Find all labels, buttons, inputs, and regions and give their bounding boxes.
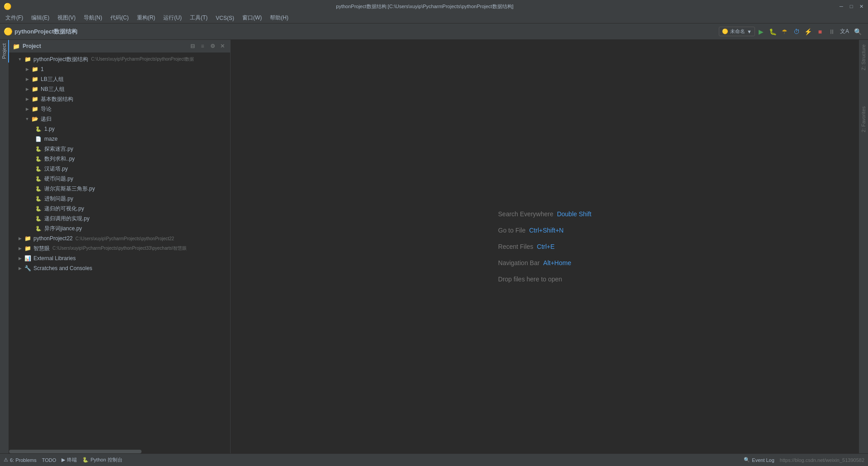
project-name: pythonProject数据结构 bbox=[14, 28, 77, 36]
tree-folder-1[interactable]: ▶ 📁 1 bbox=[9, 64, 230, 74]
tree-horizontal-scrollbar[interactable] bbox=[9, 450, 230, 453]
scratches-label: Scratches and Consoles bbox=[33, 265, 92, 271]
project-tree[interactable]: ▼ 📁 pythonProject数据结构 C:\Users\xuyip\Pyc… bbox=[9, 52, 230, 450]
todo-label: TODO bbox=[42, 457, 57, 463]
tree-project-wisdom[interactable]: ▶ 📁 智慧眼 C:\Users\xuyip\PycharmProjects\p… bbox=[9, 243, 230, 253]
title-bar-left: 🟡 bbox=[4, 3, 11, 10]
menu-file[interactable]: 文件(F) bbox=[2, 13, 27, 23]
root-project-name: pythonProject数据结构 bbox=[33, 56, 88, 63]
pause-button[interactable]: ⏸ bbox=[826, 26, 837, 37]
toolbar-run-group: 🟡 未命名 ▼ ▶ 🐛 ☂ ⏱ ⚡ ■ ⏸ 文A 🔍 bbox=[719, 25, 864, 38]
menu-vcs[interactable]: VCS(S) bbox=[212, 14, 238, 22]
tree-external-libraries[interactable]: ▶ 📊 External Libraries bbox=[9, 253, 230, 263]
tree-file-base[interactable]: 🐍 进制问题.py bbox=[9, 194, 230, 204]
folder-1-label: 1 bbox=[41, 66, 44, 72]
file-base-label: 进制问题.py bbox=[44, 195, 73, 203]
right-sidebar: Z: Structure 2: Favorites bbox=[859, 40, 868, 453]
debug-button[interactable]: 🐛 bbox=[768, 26, 778, 37]
coverage-button[interactable]: ☂ bbox=[779, 26, 790, 37]
right-tab-favorites[interactable]: 2: Favorites bbox=[859, 102, 868, 137]
hint-goto-file: Go to File Ctrl+Shift+N bbox=[498, 227, 591, 234]
maximize-button[interactable]: □ bbox=[848, 3, 854, 10]
todo-panel-button[interactable]: TODO bbox=[42, 457, 57, 463]
menu-bar: 文件(F) 编辑(E) 视图(V) 导航(N) 代码(C) 重构(R) 运行(U… bbox=[0, 13, 868, 24]
close-button[interactable]: ✕ bbox=[858, 3, 864, 10]
menu-help[interactable]: 帮助(H) bbox=[266, 13, 292, 23]
hint-goto-shortcut: Ctrl+Shift+N bbox=[529, 227, 563, 234]
settings-icon[interactable]: ⚙ bbox=[208, 42, 217, 50]
right-tab-structure[interactable]: Z: Structure bbox=[859, 40, 868, 75]
expand-all-icon[interactable]: ≡ bbox=[198, 42, 207, 50]
hint-nav-label: Navigation Bar bbox=[498, 259, 540, 266]
run-config-chevron: ▼ bbox=[747, 29, 752, 34]
concurrency-button[interactable]: ⚡ bbox=[803, 26, 814, 37]
app-icon: 🟡 bbox=[4, 3, 11, 10]
problems-label: 6: Problems bbox=[10, 457, 37, 463]
file-maze-label: maze bbox=[44, 136, 57, 142]
status-url: https://blog.csdn.net/weixin_51390582 bbox=[780, 457, 864, 463]
left-sidebar-tabs: Project bbox=[0, 40, 9, 453]
tree-file-hanoi[interactable]: 🐍 汉诺塔.py bbox=[9, 164, 230, 174]
stop-button[interactable]: ■ bbox=[815, 26, 826, 37]
folder-intro-label: 导论 bbox=[41, 105, 52, 113]
title-bar-controls: ─ □ ✕ bbox=[838, 3, 864, 10]
tree-file-series[interactable]: 🐍 数列求和..py bbox=[9, 154, 230, 164]
minimize-button[interactable]: ─ bbox=[838, 3, 844, 10]
hint-drop-label: Drop files here to open bbox=[498, 276, 562, 283]
terminal-panel-button[interactable]: ▶ 终端 bbox=[61, 456, 77, 463]
menu-navigate[interactable]: 导航(N) bbox=[80, 13, 106, 23]
title-bar-title: pythonProject数据结构 [C:\Users\xuyip\Pychar… bbox=[11, 3, 838, 10]
run-config-icon: 🟡 bbox=[722, 29, 728, 34]
collapse-all-icon[interactable]: ⊟ bbox=[189, 42, 197, 50]
python-icon: 🐍 bbox=[82, 457, 89, 463]
tree-scratches-consoles[interactable]: ▶ 🔧 Scratches and Consoles bbox=[9, 263, 230, 273]
search-everywhere-button[interactable]: 🔍 bbox=[852, 25, 864, 38]
profile-button[interactable]: ⏱ bbox=[791, 26, 802, 37]
title-bar: 🟡 pythonProject数据结构 [C:\Users\xuyip\Pych… bbox=[0, 0, 868, 13]
tree-project-22[interactable]: ▶ 📁 pythonProject22 C:\Users\xuyip\Pycha… bbox=[9, 233, 230, 243]
terminal-icon: ▶ bbox=[61, 457, 65, 463]
tree-file-impl[interactable]: 🐍 递归调用的实现.py bbox=[9, 214, 230, 223]
tree-folder-lb[interactable]: ▶ 📁 LB三人组 bbox=[9, 74, 230, 84]
folder-nb-label: NB三人组 bbox=[41, 86, 65, 93]
menu-code[interactable]: 代码(C) bbox=[107, 13, 132, 23]
run-config-name: 未命名 bbox=[730, 28, 745, 35]
tree-file-anagram[interactable]: 🐍 异序词jiance.py bbox=[9, 223, 230, 233]
problems-panel-button[interactable]: ⚠ 6: Problems bbox=[4, 457, 37, 463]
tree-folder-basic[interactable]: ▶ 📁 基本数据结构 bbox=[9, 94, 230, 104]
tree-file-maze[interactable]: 📄 maze bbox=[9, 134, 230, 144]
root-project-path: C:\Users\xuyip\PycharmProjects\pythonPro… bbox=[91, 56, 193, 62]
python-console-button[interactable]: 🐍 Python 控制台 bbox=[82, 456, 122, 463]
tree-file-1py[interactable]: 🐍 1.py bbox=[9, 124, 230, 134]
menu-view[interactable]: 视图(V) bbox=[54, 13, 79, 23]
close-panel-icon[interactable]: ✕ bbox=[218, 42, 226, 50]
file-sierpinski-label: 谢尔宾斯基三角形.py bbox=[44, 185, 95, 193]
menu-run[interactable]: 运行(U) bbox=[160, 13, 185, 23]
sidebar-tab-project[interactable]: Project bbox=[0, 40, 9, 62]
project-icon: 🟡 bbox=[4, 27, 13, 36]
translate-button[interactable]: 文A bbox=[838, 25, 851, 38]
folder-basic-label: 基本数据结构 bbox=[41, 95, 73, 103]
event-log-button[interactable]: 🔍 Event Log bbox=[744, 457, 774, 463]
tree-folder-intro[interactable]: ▶ 📁 导论 bbox=[9, 104, 230, 114]
tree-scrollbar-thumb[interactable] bbox=[9, 450, 142, 453]
tree-folder-nb[interactable]: ▶ 📁 NB三人组 bbox=[9, 84, 230, 94]
run-config-selector[interactable]: 🟡 未命名 ▼ bbox=[719, 27, 755, 36]
tree-file-maze-py[interactable]: 🐍 探索迷宫.py bbox=[9, 144, 230, 154]
menu-window[interactable]: 窗口(W) bbox=[239, 13, 265, 23]
hint-goto-label: Go to File bbox=[498, 227, 526, 234]
menu-tools[interactable]: 工具(T) bbox=[186, 13, 211, 23]
folder-lb-label: LB三人组 bbox=[41, 76, 64, 83]
menu-refactor[interactable]: 重构(R) bbox=[133, 13, 159, 23]
file-maze-py-label: 探索迷宫.py bbox=[44, 145, 73, 153]
problems-icon: ⚠ bbox=[4, 457, 8, 463]
menu-edit[interactable]: 编辑(E) bbox=[28, 13, 53, 23]
main-toolbar: 🟡 pythonProject数据结构 🟡 未命名 ▼ ▶ 🐛 ☂ ⏱ ⚡ ■ … bbox=[0, 24, 868, 40]
tree-root-project[interactable]: ▼ 📁 pythonProject数据结构 C:\Users\xuyip\Pyc… bbox=[9, 54, 230, 64]
tree-file-sierpinski[interactable]: 🐍 谢尔宾斯基三角形.py bbox=[9, 184, 230, 194]
tree-folder-recursion[interactable]: ▼ 📂 递归 bbox=[9, 114, 230, 124]
event-log-label: Event Log bbox=[752, 457, 774, 463]
tree-file-visual[interactable]: 🐍 递归的可视化.py bbox=[9, 204, 230, 214]
tree-file-coin[interactable]: 🐍 硬币问题.py bbox=[9, 174, 230, 184]
run-button[interactable]: ▶ bbox=[756, 26, 767, 37]
